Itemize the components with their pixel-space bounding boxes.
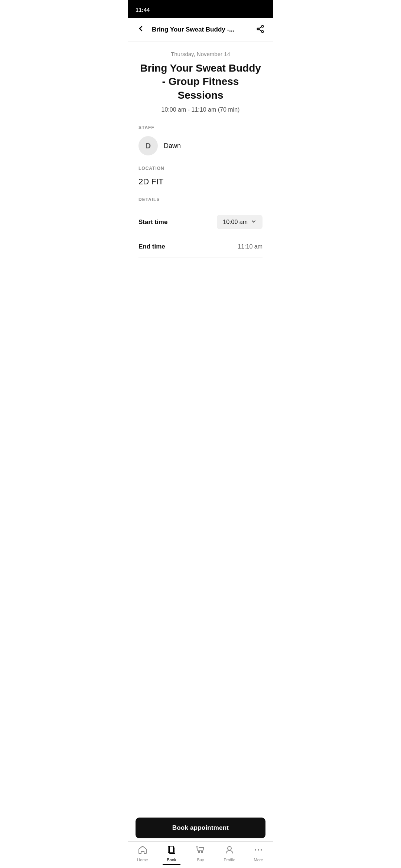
share-button[interactable] [254,23,267,36]
end-time-row: End time 11:10 am [138,236,263,257]
event-time: 10:00 am - 11:10 am (70 min) [138,106,263,113]
header-title: Bring Your Sweat Buddy -... [152,26,249,33]
details-section-label: DETAILS [138,197,263,202]
end-time-value: 11:10 am [238,243,263,250]
staff-name: Dawn [164,142,181,150]
svg-line-4 [259,29,262,31]
start-time-row: Start time 10:00 am [138,208,263,236]
chevron-down-icon [251,218,257,226]
end-time-label: End time [138,243,165,250]
status-time: 11:44 [136,7,150,13]
back-icon [136,24,145,35]
share-icon [256,24,265,35]
staff-avatar: D [138,136,158,155]
details-section: DETAILS Start time 10:00 am End time 11:… [138,197,263,257]
back-button[interactable] [134,23,147,36]
staff-section-label: STAFF [138,125,263,130]
app-header: Bring Your Sweat Buddy -... [128,18,273,42]
location-name: 2D FIT [138,177,263,187]
status-bar: 11:44 [128,0,273,18]
staff-item: D Dawn [138,136,263,155]
event-date: Thursday, November 14 [138,51,263,57]
svg-line-3 [259,27,262,29]
staff-section: STAFF D Dawn [138,125,263,155]
start-time-selector[interactable]: 10:00 am [217,215,263,229]
event-title: Bring Your Sweat Buddy - Group Fitness S… [138,62,263,102]
main-content: Thursday, November 14 Bring Your Sweat B… [128,42,273,312]
start-time-label: Start time [138,218,167,226]
location-section-label: LOCATION [138,166,263,171]
start-time-value: 10:00 am [223,219,248,226]
location-section: LOCATION 2D FIT [138,166,263,187]
